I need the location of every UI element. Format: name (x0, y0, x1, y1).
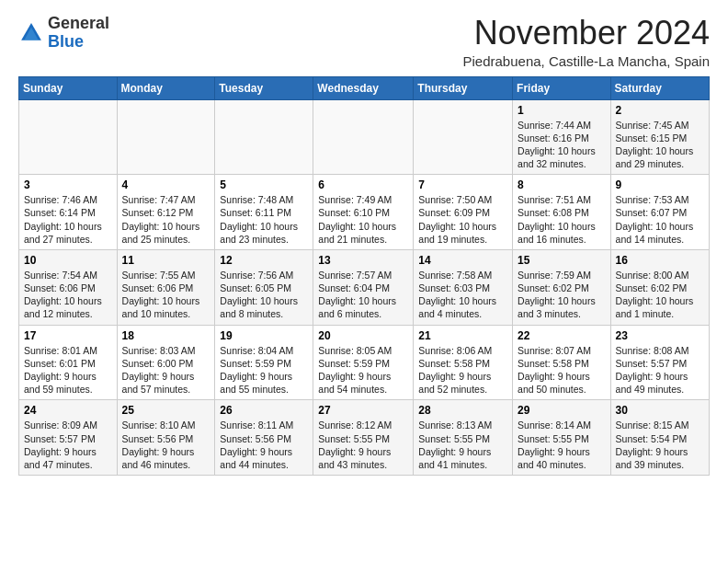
day-info: Sunrise: 7:56 AM Sunset: 6:05 PM Dayligh… (220, 269, 308, 321)
calendar-week-row: 3Sunrise: 7:46 AM Sunset: 6:14 PM Daylig… (19, 175, 710, 250)
day-number: 23 (616, 329, 704, 342)
day-info: Sunrise: 7:50 AM Sunset: 6:09 PM Dayligh… (418, 193, 507, 246)
calendar-cell: 22Sunrise: 8:07 AM Sunset: 5:58 PM Dayli… (513, 325, 611, 400)
calendar-week-row: 10Sunrise: 7:54 AM Sunset: 6:06 PM Dayli… (19, 249, 710, 325)
calendar-table: SundayMondayTuesdayWednesdayThursdayFrid… (18, 76, 710, 476)
day-info: Sunrise: 8:12 AM Sunset: 5:55 PM Dayligh… (318, 419, 408, 471)
day-number: 11 (122, 254, 210, 267)
calendar-cell: 4Sunrise: 7:47 AM Sunset: 6:12 PM Daylig… (117, 175, 215, 250)
day-info: Sunrise: 8:10 AM Sunset: 5:56 PM Dayligh… (122, 419, 210, 471)
day-number: 25 (122, 404, 210, 417)
day-info: Sunrise: 7:47 AM Sunset: 6:12 PM Dayligh… (122, 193, 210, 246)
weekday-header: Thursday (414, 76, 513, 99)
day-number: 27 (318, 404, 408, 417)
calendar-cell: 21Sunrise: 8:06 AM Sunset: 5:58 PM Dayli… (414, 325, 513, 400)
day-info: Sunrise: 8:00 AM Sunset: 6:02 PM Dayligh… (616, 269, 704, 321)
day-info: Sunrise: 7:48 AM Sunset: 6:11 PM Dayligh… (220, 193, 308, 246)
weekday-header: Sunday (19, 76, 118, 99)
day-number: 18 (122, 329, 210, 342)
day-info: Sunrise: 8:13 AM Sunset: 5:55 PM Dayligh… (418, 419, 507, 471)
day-number: 15 (518, 254, 606, 267)
calendar-cell: 26Sunrise: 8:11 AM Sunset: 5:56 PM Dayli… (215, 400, 313, 476)
day-info: Sunrise: 7:45 AM Sunset: 6:15 PM Dayligh… (616, 119, 704, 171)
calendar-cell: 18Sunrise: 8:03 AM Sunset: 6:00 PM Dayli… (117, 325, 215, 400)
day-info: Sunrise: 8:14 AM Sunset: 5:55 PM Dayligh… (518, 419, 606, 471)
day-info: Sunrise: 7:54 AM Sunset: 6:06 PM Dayligh… (24, 269, 112, 321)
day-number: 3 (24, 178, 112, 191)
day-info: Sunrise: 8:15 AM Sunset: 5:54 PM Dayligh… (616, 419, 704, 471)
calendar-cell (313, 99, 414, 175)
calendar-cell (414, 99, 513, 175)
calendar-cell: 25Sunrise: 8:10 AM Sunset: 5:56 PM Dayli… (117, 400, 215, 476)
day-number: 5 (220, 178, 308, 191)
calendar-cell: 30Sunrise: 8:15 AM Sunset: 5:54 PM Dayli… (610, 400, 709, 476)
calendar-cell: 16Sunrise: 8:00 AM Sunset: 6:02 PM Dayli… (610, 249, 709, 325)
logo-blue: Blue (48, 32, 84, 51)
day-number: 22 (518, 329, 606, 342)
weekday-header: Monday (117, 76, 215, 99)
calendar-week-row: 1Sunrise: 7:44 AM Sunset: 6:16 PM Daylig… (19, 99, 710, 175)
calendar-cell: 14Sunrise: 7:58 AM Sunset: 6:03 PM Dayli… (414, 249, 513, 325)
day-info: Sunrise: 7:49 AM Sunset: 6:10 PM Dayligh… (318, 193, 408, 246)
day-number: 9 (616, 178, 704, 191)
calendar-cell: 6Sunrise: 7:49 AM Sunset: 6:10 PM Daylig… (313, 175, 414, 250)
calendar-week-row: 17Sunrise: 8:01 AM Sunset: 6:01 PM Dayli… (19, 325, 710, 400)
day-info: Sunrise: 8:08 AM Sunset: 5:57 PM Dayligh… (616, 344, 704, 396)
day-number: 19 (220, 329, 308, 342)
location-title: Piedrabuena, Castille-La Mancha, Spain (463, 53, 711, 69)
weekday-header: Wednesday (313, 76, 414, 99)
calendar-cell: 28Sunrise: 8:13 AM Sunset: 5:55 PM Dayli… (414, 400, 513, 476)
calendar-cell: 15Sunrise: 7:59 AM Sunset: 6:02 PM Dayli… (513, 249, 611, 325)
page-header: General Blue November 2024 Piedrabuena, … (18, 15, 710, 69)
calendar-cell: 13Sunrise: 7:57 AM Sunset: 6:04 PM Dayli… (313, 249, 414, 325)
logo-icon (18, 20, 44, 46)
day-number: 17 (24, 329, 112, 342)
calendar-cell: 12Sunrise: 7:56 AM Sunset: 6:05 PM Dayli… (215, 249, 313, 325)
calendar-cell: 27Sunrise: 8:12 AM Sunset: 5:55 PM Dayli… (313, 400, 414, 476)
day-number: 13 (318, 254, 408, 267)
day-number: 29 (518, 404, 606, 417)
calendar-cell (117, 99, 215, 175)
day-number: 14 (418, 254, 507, 267)
day-info: Sunrise: 8:01 AM Sunset: 6:01 PM Dayligh… (24, 344, 112, 396)
day-number: 1 (518, 104, 606, 117)
weekday-header: Saturday (610, 76, 709, 99)
day-number: 26 (220, 404, 308, 417)
day-info: Sunrise: 7:46 AM Sunset: 6:14 PM Dayligh… (24, 193, 112, 246)
calendar-week-row: 24Sunrise: 8:09 AM Sunset: 5:57 PM Dayli… (19, 400, 710, 476)
day-info: Sunrise: 8:11 AM Sunset: 5:56 PM Dayligh… (220, 419, 308, 471)
calendar-cell: 7Sunrise: 7:50 AM Sunset: 6:09 PM Daylig… (414, 175, 513, 250)
calendar-header: SundayMondayTuesdayWednesdayThursdayFrid… (19, 76, 710, 99)
day-number: 24 (24, 404, 112, 417)
day-info: Sunrise: 7:59 AM Sunset: 6:02 PM Dayligh… (518, 269, 606, 321)
calendar-cell: 19Sunrise: 8:04 AM Sunset: 5:59 PM Dayli… (215, 325, 313, 400)
day-info: Sunrise: 8:04 AM Sunset: 5:59 PM Dayligh… (220, 344, 308, 396)
calendar-cell: 2Sunrise: 7:45 AM Sunset: 6:15 PM Daylig… (610, 99, 709, 175)
day-number: 21 (418, 329, 507, 342)
calendar-cell: 24Sunrise: 8:09 AM Sunset: 5:57 PM Dayli… (19, 400, 118, 476)
day-info: Sunrise: 7:58 AM Sunset: 6:03 PM Dayligh… (418, 269, 507, 321)
day-number: 30 (616, 404, 704, 417)
calendar-cell: 9Sunrise: 7:53 AM Sunset: 6:07 PM Daylig… (610, 175, 709, 250)
logo: General Blue (18, 15, 109, 52)
day-number: 7 (418, 178, 507, 191)
calendar-cell: 11Sunrise: 7:55 AM Sunset: 6:06 PM Dayli… (117, 249, 215, 325)
day-info: Sunrise: 8:09 AM Sunset: 5:57 PM Dayligh… (24, 419, 112, 471)
calendar-cell: 1Sunrise: 7:44 AM Sunset: 6:16 PM Daylig… (513, 99, 611, 175)
day-info: Sunrise: 7:53 AM Sunset: 6:07 PM Dayligh… (616, 193, 704, 246)
day-info: Sunrise: 8:03 AM Sunset: 6:00 PM Dayligh… (122, 344, 210, 396)
day-number: 6 (318, 178, 408, 191)
day-info: Sunrise: 7:57 AM Sunset: 6:04 PM Dayligh… (318, 269, 408, 321)
calendar-cell: 20Sunrise: 8:05 AM Sunset: 5:59 PM Dayli… (313, 325, 414, 400)
logo-text: General Blue (48, 15, 109, 52)
day-info: Sunrise: 8:05 AM Sunset: 5:59 PM Dayligh… (318, 344, 408, 396)
day-number: 20 (318, 329, 408, 342)
title-area: November 2024 Piedrabuena, Castille-La M… (463, 15, 711, 69)
calendar-cell (19, 99, 118, 175)
calendar-cell: 5Sunrise: 7:48 AM Sunset: 6:11 PM Daylig… (215, 175, 313, 250)
weekday-header: Friday (513, 76, 611, 99)
calendar-cell: 23Sunrise: 8:08 AM Sunset: 5:57 PM Dayli… (610, 325, 709, 400)
day-number: 10 (24, 254, 112, 267)
day-info: Sunrise: 8:07 AM Sunset: 5:58 PM Dayligh… (518, 344, 606, 396)
day-number: 12 (220, 254, 308, 267)
